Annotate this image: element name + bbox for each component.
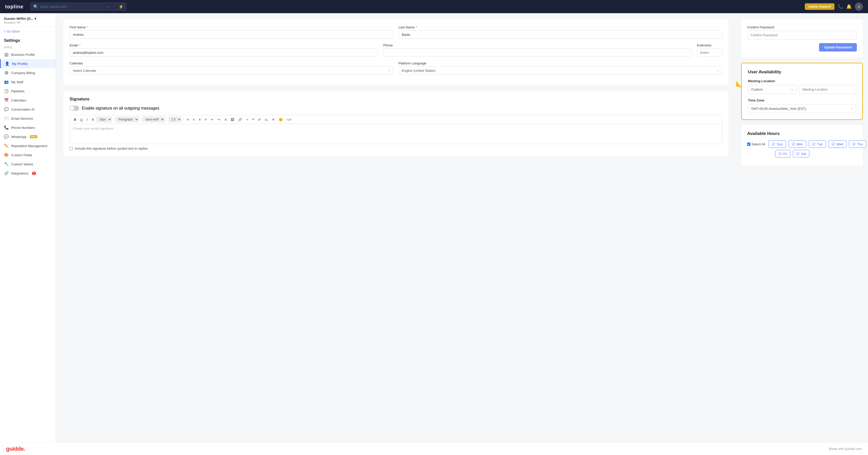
signature-toggle[interactable] (69, 106, 79, 111)
day-button-tue[interactable]: ☑ Tue (809, 140, 826, 148)
redo-button[interactable]: ↪ (216, 117, 222, 122)
required-star: * (416, 25, 417, 29)
sidebar-item-my-profile[interactable]: 👤 My Profile (0, 59, 56, 68)
align-justify-button[interactable]: ≡ (203, 117, 208, 122)
sidebar-item-conversation-ai[interactable]: 💬 Conversation AI (0, 105, 56, 114)
phone-icon[interactable]: 📞 (838, 4, 843, 9)
undo-button[interactable]: ↩ (209, 117, 215, 122)
day-button-wed[interactable]: ☑ Wed (828, 140, 847, 148)
sidebar-item-company-billing[interactable]: ⚙️ Company Billing (0, 68, 56, 77)
phone-input[interactable] (383, 48, 692, 57)
my-profile-icon: 👤 (5, 61, 9, 66)
signature-card: Signature Enable signature on all outgoi… (63, 91, 728, 157)
clear-format-button[interactable]: ✕ (270, 117, 276, 122)
user-avatar[interactable]: A (855, 3, 863, 11)
support-button[interactable]: topline Support (805, 3, 835, 10)
first-name-label: First Name * (69, 25, 393, 29)
company-billing-icon: ⚙️ (4, 70, 9, 75)
paragraph-select[interactable]: Paragraph (116, 117, 139, 122)
image-button[interactable]: 🖼 (229, 117, 236, 122)
day-button-mon[interactable]: ☑ Mon (788, 140, 806, 148)
sidebar-item-whatsapp[interactable]: 💬 WhatsApp beta (0, 132, 56, 141)
sidebar-item-pipelines[interactable]: 📋 Pipelines (0, 87, 56, 96)
signature-editor[interactable]: Create your email signature (69, 124, 722, 144)
subscript-button[interactable]: x₂ (264, 117, 270, 122)
signature-title: Signature (69, 97, 722, 102)
calendar-select[interactable]: Select Calendar (69, 66, 393, 75)
day-button-fri[interactable]: ☑ Fri (775, 150, 790, 158)
bell-icon[interactable]: 🔔 (846, 4, 852, 9)
timezone-select[interactable]: GMT-05:00 America/New_York (EST) (748, 104, 856, 113)
day-button-sat[interactable]: ☑ Sat (793, 150, 809, 158)
italic-button[interactable]: I (85, 117, 89, 122)
day-label: Sat (801, 152, 806, 156)
signature-checkbox-row: Include this signature before quoted tex… (69, 147, 722, 151)
sidebar-item-calendars[interactable]: 📅 Calendars (0, 96, 56, 105)
plus-button[interactable]: + (245, 117, 250, 122)
search-input[interactable] (40, 5, 102, 9)
custom-fields-icon: 🎨 (4, 153, 9, 157)
go-back-link[interactable]: < Go Back (0, 27, 56, 36)
name-row: First Name * Last Name * (69, 25, 722, 39)
code-button[interactable]: </> (285, 117, 293, 122)
search-bar[interactable]: 🔍 Ctrl + K ⚡ (30, 2, 127, 11)
confirm-password-input[interactable] (747, 31, 857, 39)
sidebar-item-label: Conversation AI (11, 107, 34, 111)
sidebar-item-email-services[interactable]: ✉️ Email Services (0, 114, 56, 123)
sidebar-item-phone-numbers[interactable]: 📞 Phone Numbers (0, 123, 56, 132)
emoji-button[interactable]: 😊 (277, 117, 284, 122)
align-right-button[interactable]: ≡ (197, 117, 202, 122)
integrations-badge: 2 (32, 172, 36, 175)
line-height-select[interactable]: 1.5 (168, 117, 182, 122)
sidebar-item-integrations[interactable]: 🔗 Integrations 2 (0, 169, 56, 178)
sidebar-item-my-staff[interactable]: 👥 My Staff (0, 77, 56, 87)
superscript-button[interactable]: x² (257, 117, 262, 122)
sidebar-item-label: Reputation Management (11, 144, 47, 148)
timezone-label: Time Zone (748, 98, 856, 102)
strikethrough-button[interactable]: S (90, 117, 95, 122)
bold-button[interactable]: B (72, 117, 78, 122)
meeting-location-input[interactable] (799, 85, 856, 94)
align-center-button[interactable]: ≡ (191, 117, 196, 122)
language-select[interactable]: English (United States) (399, 66, 722, 75)
font-family-select[interactable]: sans-serif (143, 117, 165, 122)
sidebar-item-label: Pipelines (11, 89, 25, 93)
required-star: * (79, 43, 81, 47)
password-card: Confirm Password Update Password (741, 19, 863, 58)
day-button-thu[interactable]: ☑ Thu (849, 140, 866, 148)
select-all-label: Select All (751, 142, 765, 146)
extension-input[interactable] (697, 48, 722, 57)
select-all-checkbox[interactable] (747, 142, 750, 146)
user-availability-card: User Availability Meeting Location Custo… (741, 63, 863, 120)
day-button-sun[interactable]: ☑ Sun (769, 140, 786, 148)
font-size-select[interactable]: 16px (96, 117, 112, 122)
language-label: Platform Language (399, 61, 722, 65)
last-name-input[interactable] (399, 30, 722, 39)
font-color-button[interactable]: A (223, 117, 228, 122)
first-name-input[interactable] (69, 30, 393, 39)
quote-button[interactable]: ❝ (251, 117, 255, 122)
meeting-location-select[interactable]: Custom Zoom Microsoft Teams (748, 85, 797, 94)
confirm-password-label: Confirm Password (747, 25, 857, 29)
account-selector[interactable]: Dunder Mifflin [D... ▾ Scranton, PA (0, 13, 56, 27)
sidebar-item-reputation-management[interactable]: ✏️ Reputation Management (0, 141, 56, 151)
signature-checkbox[interactable] (69, 147, 73, 150)
email-input[interactable] (69, 48, 378, 57)
sidebar-item-business-profile[interactable]: 🏢 Business Profile (0, 50, 56, 59)
align-left-button[interactable]: ≡ (185, 117, 190, 122)
underline-button[interactable]: U (79, 117, 84, 122)
signature-toolbar: B U I S 16px Paragraph sans-serif 1.5 (69, 115, 722, 124)
update-password-button[interactable]: Update Password (819, 43, 857, 52)
calendar-group: Calendar Select Calendar (69, 61, 393, 75)
sidebar-item-label: Company Billing (11, 71, 35, 75)
main-content: First Name * Last Name * Email (56, 13, 736, 442)
link-button[interactable]: 🔗 (237, 117, 244, 122)
main-layout: Dunder Mifflin [D... ▾ Scranton, PA < Go… (0, 13, 868, 442)
day-label: Thu (857, 142, 863, 146)
sidebar-item-label: Integrations (11, 171, 28, 175)
sidebar-item-custom-fields[interactable]: 🎨 Custom Fields (0, 151, 56, 160)
signature-toggle-row: Enable signature on all outgoing message… (69, 106, 722, 111)
sidebar-item-custom-values[interactable]: 🔧 Custom Values (0, 160, 56, 169)
calendar-language-row: Calendar Select Calendar Platform Langua… (69, 61, 722, 75)
meeting-location-label: Meeting Location (748, 79, 856, 83)
